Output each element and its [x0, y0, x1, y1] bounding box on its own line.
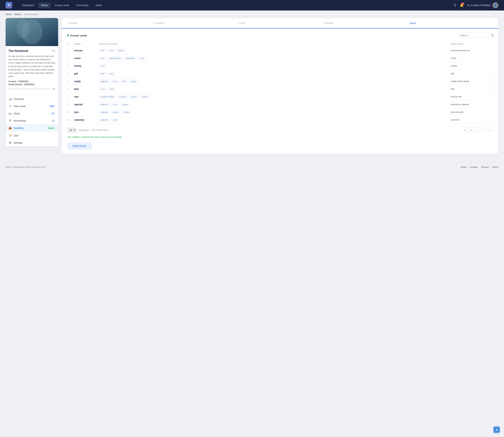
row-expand-button[interactable]: ˅: [486, 64, 493, 68]
footer-link-about[interactable]: About: [460, 166, 466, 169]
view cards-icon: ≡: [8, 105, 12, 108]
row-expand-button[interactable]: ˅: [486, 87, 493, 90]
deck-title-row: The Notebook •••: [8, 49, 55, 53]
row-expand-button[interactable]: ˅: [486, 56, 493, 60]
study-icon: 📖: [8, 112, 12, 115]
wizard-step-review[interactable]: Review: [324, 21, 406, 25]
sidebar-nav-item-quiz[interactable]: 📝Quiz: [6, 132, 58, 139]
progress-bar-wrap: 0%: [8, 88, 55, 90]
sidebar-nav-label: Study: [14, 112, 20, 115]
wizard-step-cast[interactable]: Cast: [239, 21, 321, 25]
row-expand-button[interactable]: ˅: [486, 103, 493, 106]
part-of-speech-tag: cardinal number: [99, 95, 116, 98]
refresh-button[interactable]: ↻: [462, 127, 468, 133]
row-word: ready: [74, 80, 99, 83]
table-row: 9justadjectiveadverbphrasejust,only just…: [67, 108, 493, 116]
table-rows: 1excuseverbnounphraseexcuse,excuse me˅2c…: [67, 47, 493, 124]
table-row: 8specialadjectivenounphrasespecial,on sp…: [67, 100, 493, 108]
wizard-arrow-icon: ›: [152, 22, 152, 25]
row-expand-button[interactable]: ˅: [486, 95, 493, 98]
row-number: 5: [67, 80, 74, 82]
sidebar-nav-badge: 10: [50, 112, 55, 115]
row-number: 8: [67, 103, 74, 106]
row-tags: verbpast participleprepositionnoun: [99, 57, 451, 60]
row-expand-button[interactable]: ˅: [486, 79, 493, 83]
footer-link-privacy[interactable]: Privacy: [481, 166, 489, 169]
row-expand-button[interactable]: ˅: [486, 118, 493, 121]
row-word: one: [74, 95, 99, 98]
row-tags: nounverb: [99, 88, 451, 90]
search-box[interactable]: 🔍: [458, 33, 493, 38]
progress-label: 0%: [52, 88, 55, 90]
table-row: 6bednounverbbed˅: [67, 85, 493, 93]
sidebar-nav-item-subtitles[interactable]: 📤SubtitlesSaved: [6, 124, 58, 132]
row-expand-button[interactable]: ˅: [486, 49, 493, 52]
part-of-speech-tag: number: [140, 95, 150, 98]
navbar: N DashboardDecksKnown cardsCommunityAdmi…: [0, 0, 504, 10]
sidebar-nav-badge: 1028: [48, 105, 55, 108]
per-page-select[interactable]: 10 25 50: [67, 128, 76, 133]
svg-rect-3: [6, 18, 58, 46]
success-message: The subtitle contents has been saved suc…: [67, 136, 493, 139]
search-icon[interactable]: ⚲: [454, 3, 456, 7]
first-page-button[interactable]: ‹‹: [468, 127, 474, 133]
part-of-speech-tag: noun: [107, 72, 115, 75]
wizard-step-save[interactable]: Save: [410, 21, 491, 25]
main-layout: The Notebook ••• An epic love story cent…: [0, 18, 504, 159]
wizard-step-upload[interactable]: Upload: [69, 21, 150, 25]
prev-page-button[interactable]: ‹: [475, 127, 480, 133]
sidebar-nav-item-overview[interactable]: 📊Overview: [6, 95, 58, 103]
row-base-word: just,only just: [451, 111, 486, 113]
footer-link-contact[interactable]: Contact: [470, 166, 478, 169]
wizard-step-contents[interactable]: Contents: [154, 21, 236, 25]
row-base-word: get: [451, 72, 486, 75]
last-page-button[interactable]: ››: [487, 127, 493, 133]
sidebar-nav-item-study[interactable]: 📖Study10: [6, 110, 58, 117]
sidebar-nav-item-view cards[interactable]: ≡View cards1028: [6, 103, 58, 110]
row-expand-button[interactable]: ˅: [486, 110, 493, 114]
table-row: 1excuseverbnounphraseexcuse,excuse me˅: [67, 47, 493, 54]
nav-link-community[interactable]: Community: [73, 2, 91, 8]
nav-link-known-cards[interactable]: Known cards: [52, 2, 72, 8]
deck-thumbnail: [6, 18, 58, 46]
breadcrumb-home[interactable]: Home: [6, 13, 12, 16]
row-number: 4: [67, 72, 74, 75]
part-of-speech-tag: phrase: [116, 49, 126, 52]
wizard-steps: Upload›Contents›Cast›Review›Save: [62, 18, 498, 29]
sidebar-nav-item-settings[interactable]: ⚙Settings: [6, 139, 58, 147]
row-tags: noun: [99, 64, 451, 68]
search-input[interactable]: [460, 34, 489, 37]
row-word: just: [74, 111, 99, 114]
table-row: 5readyadjectivenounverbphraseready,at th…: [67, 78, 493, 85]
previous-button[interactable]: PREVIOUS: [67, 143, 92, 150]
row-number: 10: [67, 119, 74, 121]
sidebar-nav-item-recordings[interactable]: 🎙Recordings0: [6, 117, 58, 124]
footer-link-terms[interactable]: Terms: [492, 166, 498, 169]
row-number: 2: [67, 57, 74, 60]
nav-right: ⚲ 🔔 18 Hi, Aruljothi Parthiban 👤: [454, 2, 498, 8]
part-of-speech-tag: noun: [107, 49, 115, 52]
nav-link-dashboard[interactable]: Dashboard: [19, 2, 37, 8]
row-number: 9: [67, 111, 74, 113]
part-of-speech-tag: verb: [120, 80, 128, 83]
app-logo[interactable]: N: [6, 2, 12, 9]
scroll-to-top-button[interactable]: ▲: [494, 427, 500, 433]
row-expand-button[interactable]: ˅: [486, 72, 493, 75]
settings-icon: ⚙: [8, 141, 12, 144]
wizard-arrow-icon: ›: [322, 22, 323, 25]
part-of-speech-tag: phrase: [129, 95, 139, 98]
row-base-word: common: [451, 119, 486, 121]
nav-link-decks[interactable]: Decks: [38, 2, 51, 8]
row-word: bed: [74, 88, 99, 90]
part-of-speech-tag: noun: [111, 80, 119, 83]
breadcrumb-decks[interactable]: Decks: [15, 13, 21, 16]
sidebar-nav-label: View cards: [14, 105, 26, 108]
next-page-button[interactable]: ›: [481, 127, 486, 133]
notification-button[interactable]: 🔔 18: [460, 3, 464, 7]
part-of-speech-tag: adjective: [99, 118, 110, 121]
deck-options-button[interactable]: •••: [52, 49, 55, 53]
footer: 2022 © Ideasfresh Techcnology Pvt Ltd Ab…: [0, 162, 504, 172]
nav-link-admin[interactable]: Admin: [93, 2, 105, 8]
row-tags: adjectivenounphrase: [99, 103, 451, 106]
row-word: honey: [74, 64, 99, 67]
